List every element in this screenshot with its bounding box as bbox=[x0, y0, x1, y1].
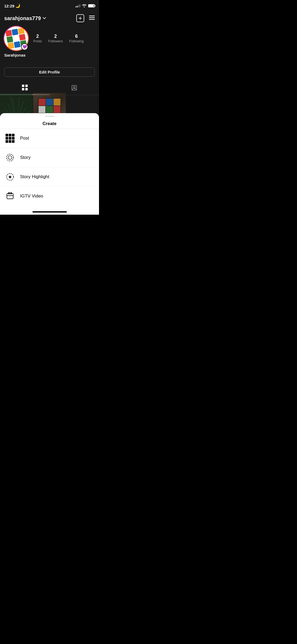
followers-label: Followers bbox=[48, 39, 63, 43]
username: sarahjonas779 bbox=[4, 15, 41, 21]
post-label: Post bbox=[20, 136, 29, 141]
display-name: Sarahjonas bbox=[4, 53, 95, 57]
moon-icon: 🌙 bbox=[15, 3, 20, 8]
status-time: 12:29 🌙 bbox=[4, 3, 20, 8]
svg-rect-0 bbox=[89, 16, 95, 16]
sheet-handle bbox=[0, 113, 99, 118]
create-post-item[interactable]: Post bbox=[0, 129, 99, 148]
grid-tab-icon bbox=[22, 85, 28, 92]
edit-profile-button[interactable]: Edit Profile bbox=[4, 67, 95, 77]
svg-rect-3 bbox=[22, 85, 24, 87]
story-highlight-icon bbox=[5, 172, 15, 182]
svg-rect-1 bbox=[89, 17, 95, 18]
following-label: Following bbox=[69, 39, 84, 43]
stat-followers[interactable]: 2 Followers bbox=[48, 34, 63, 43]
svg-point-19 bbox=[7, 154, 13, 161]
profile-header: sarahjonas779 + bbox=[0, 12, 99, 25]
profile-top: 💜 2 Posts 2 Followers 6 Following bbox=[4, 26, 95, 50]
create-story-item[interactable]: Story bbox=[0, 148, 99, 167]
time-display: 12:29 bbox=[4, 4, 14, 8]
create-igtv-item[interactable]: IGTV Video bbox=[0, 187, 99, 206]
battery-icon bbox=[88, 4, 95, 7]
posts-label: Posts bbox=[33, 39, 42, 43]
heart-badge: 💜 bbox=[21, 43, 28, 50]
chevron-down-icon[interactable] bbox=[43, 17, 46, 20]
svg-point-8 bbox=[73, 86, 75, 88]
following-count: 6 bbox=[75, 34, 78, 39]
story-label: Story bbox=[20, 155, 31, 160]
stats-row: 2 Posts 2 Followers 6 Following bbox=[33, 34, 84, 43]
sheet-title: Create bbox=[0, 118, 99, 128]
igtv-label: IGTV Video bbox=[20, 194, 43, 199]
igtv-icon bbox=[5, 191, 15, 201]
svg-rect-6 bbox=[25, 88, 28, 90]
status-bar: 12:29 🌙 bbox=[0, 0, 99, 12]
posts-count: 2 bbox=[36, 34, 39, 39]
svg-rect-5 bbox=[22, 88, 24, 90]
header-icons: + bbox=[76, 14, 95, 22]
wifi-icon bbox=[82, 4, 87, 8]
svg-point-20 bbox=[8, 156, 12, 159]
add-post-icon[interactable]: + bbox=[76, 14, 84, 22]
story-icon bbox=[5, 153, 15, 162]
bottom-sheet: Create Post Story bbox=[0, 113, 99, 215]
profile-info: 💜 2 Posts 2 Followers 6 Following Sarahj… bbox=[0, 26, 99, 57]
post-icon bbox=[5, 134, 15, 143]
menu-icon[interactable] bbox=[89, 16, 95, 21]
stat-following[interactable]: 6 Following bbox=[69, 34, 84, 43]
svg-rect-22 bbox=[7, 194, 13, 199]
home-indicator bbox=[32, 211, 67, 213]
svg-rect-4 bbox=[25, 85, 28, 87]
handle-bar bbox=[45, 116, 54, 117]
create-story-highlight-item[interactable]: Story Highlight bbox=[0, 167, 99, 187]
signal-icon bbox=[76, 4, 80, 7]
tagged-tab-icon bbox=[71, 85, 77, 92]
status-icons bbox=[76, 4, 95, 8]
followers-count: 2 bbox=[54, 34, 57, 39]
stat-posts[interactable]: 2 Posts bbox=[33, 34, 42, 43]
svg-rect-2 bbox=[89, 19, 95, 20]
username-row: sarahjonas779 bbox=[4, 15, 46, 21]
story-highlight-label: Story Highlight bbox=[20, 174, 49, 180]
edit-profile-section: Edit Profile bbox=[4, 67, 95, 77]
avatar-container: 💜 bbox=[4, 26, 28, 50]
